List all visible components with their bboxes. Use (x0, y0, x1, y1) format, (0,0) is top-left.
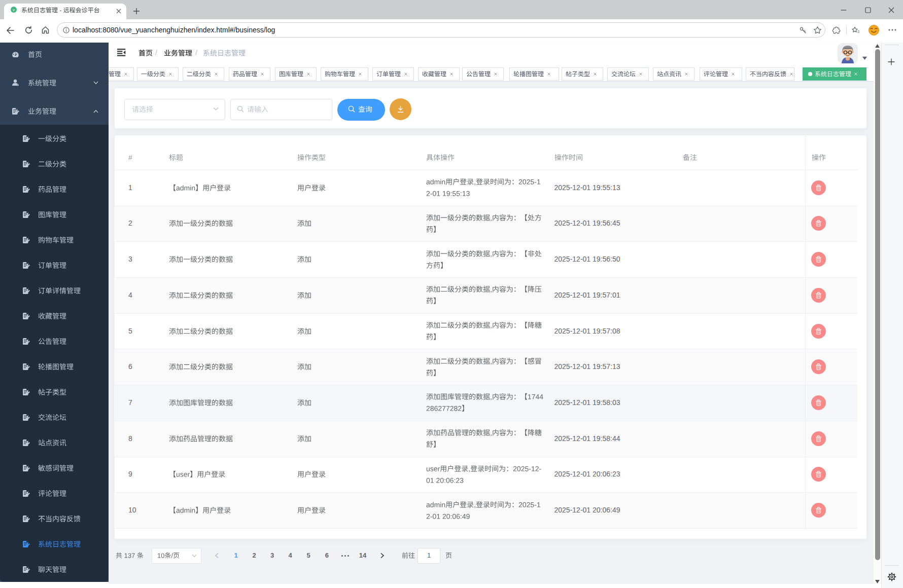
svg-text:v: v (13, 8, 15, 12)
